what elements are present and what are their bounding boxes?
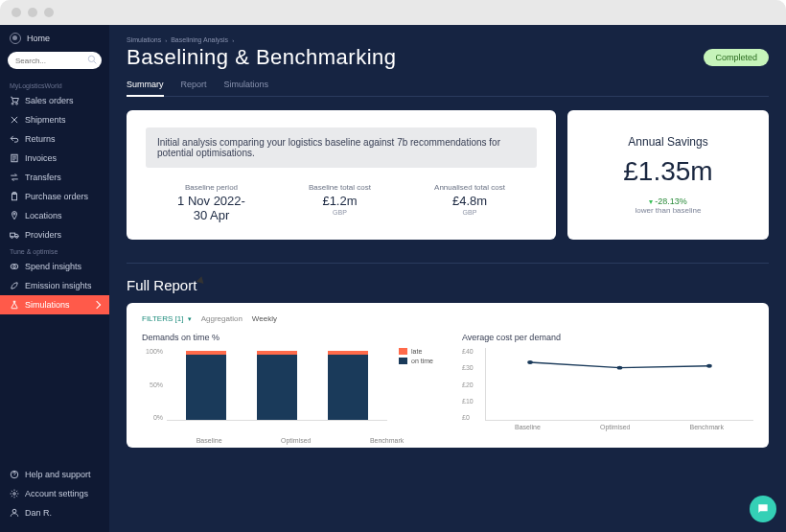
cart-icon <box>10 96 19 105</box>
swatch-late-icon <box>399 348 407 355</box>
x-tick: Optimised <box>600 424 631 430</box>
savings-card: Annual Savings £1.35m -28.13% lower than… <box>567 110 769 240</box>
x-tick: Benchmark <box>690 424 724 430</box>
svg-point-10 <box>16 237 18 239</box>
chart-legend: late on time <box>399 348 433 434</box>
browser-chrome <box>0 0 786 25</box>
tabs: Summary Report Simulations <box>127 80 769 97</box>
sidebar-item-label: Emission insights <box>25 281 92 290</box>
home-link[interactable]: Home <box>0 25 109 52</box>
filters-count: [1] <box>175 314 184 323</box>
sidebar-item-sales-orders[interactable]: Sales orders <box>0 91 109 110</box>
tab-simulations[interactable]: Simulations <box>224 80 269 96</box>
route-icon <box>10 115 19 125</box>
bar-benchmark <box>328 351 368 420</box>
x-tick: Optimised <box>281 437 312 444</box>
svg-point-2 <box>12 103 13 104</box>
svg-point-16 <box>527 360 533 364</box>
kpi-annualised-cost: Annualised total cost £4.8m GBP <box>434 183 505 222</box>
svg-point-17 <box>617 366 623 370</box>
sidebar-item-dan-r-[interactable]: Dan R. <box>0 503 109 522</box>
filters-dropdown[interactable]: FILTERS [1] <box>142 314 192 323</box>
bar-optimised <box>257 351 297 420</box>
sidebar-item-providers[interactable]: Providers <box>0 225 109 244</box>
sidebar-item-label: Invoices <box>25 153 57 163</box>
sidebar-item-help-and-support[interactable]: Help and support <box>0 465 109 484</box>
x-tick: Baseline <box>196 437 222 444</box>
main-content: Simulations › Baselining Analysis › Base… <box>109 25 786 532</box>
window-dot <box>44 8 54 17</box>
breadcrumb-item[interactable]: Simulations <box>127 36 161 43</box>
bar-baseline <box>186 351 226 420</box>
return-icon <box>10 134 19 144</box>
chart-title: Demands on time % <box>142 333 433 342</box>
kpi-baseline-period: Baseline period 1 Nov 2022- 30 Apr <box>177 183 245 222</box>
coins-icon <box>10 262 19 271</box>
legend-item-late: late <box>399 348 433 355</box>
intro-banner: Initial analysis comparing your logistic… <box>146 127 537 168</box>
sidebar-item-shipments[interactable]: Shipments <box>0 110 109 129</box>
page-title: Baselining & Benchmarking <box>127 45 397 70</box>
chat-fab[interactable] <box>750 496 776 522</box>
sidebar-item-purchase-orders[interactable]: Purchase orders <box>0 187 109 206</box>
line-plot-area <box>485 348 753 421</box>
kpi-label: Annualised total cost <box>434 183 505 192</box>
y-axis: 100% 50% 0% <box>142 348 163 421</box>
leaf-icon <box>10 281 19 290</box>
report-card: FILTERS [1] Aggregation Weekly Demands o… <box>127 303 769 448</box>
sidebar-item-label: Spend insights <box>25 262 81 271</box>
kpi-label: Baseline total cost <box>309 183 371 192</box>
tab-summary[interactable]: Summary <box>127 80 164 97</box>
chevron-right-icon: › <box>232 37 234 43</box>
invoice-icon <box>10 153 19 163</box>
sidebar-item-simulations[interactable]: Simulations <box>0 295 109 314</box>
avatar-icon <box>10 508 19 518</box>
kpi-value: £1.2m <box>309 194 371 208</box>
sidebar-item-locations[interactable]: Locations <box>0 206 109 225</box>
kpi-value: 1 Nov 2022- 30 Apr <box>177 194 245 222</box>
home-label: Home <box>27 34 50 43</box>
sidebar-item-label: Help and support <box>25 470 91 479</box>
search-field[interactable] <box>8 52 102 69</box>
kpi-label: Baseline period <box>177 183 245 192</box>
transfer-icon <box>10 173 19 182</box>
tab-report[interactable]: Report <box>181 80 207 96</box>
sidebar-item-returns[interactable]: Returns <box>0 129 109 149</box>
sidebar-item-label: Dan R. <box>25 508 52 518</box>
sidebar-item-emission-insights[interactable]: Emission insights <box>0 276 109 295</box>
summary-card: Initial analysis comparing your logistic… <box>127 110 556 240</box>
svg-point-0 <box>88 56 94 61</box>
sidebar-item-label: Account settings <box>25 489 88 498</box>
sidebar-item-invoices[interactable]: Invoices <box>0 149 109 168</box>
divider <box>127 263 769 264</box>
breadcrumb: Simulations › Baselining Analysis › <box>127 36 769 43</box>
full-report-title: Full Report <box>127 277 769 293</box>
sidebar-item-transfers[interactable]: Transfers <box>0 168 109 187</box>
truck-icon <box>10 230 19 240</box>
sidebar-group-myworld: MyLogisticsWorld <box>0 79 109 91</box>
aggregation-value[interactable]: Weekly <box>252 314 277 323</box>
sidebar-item-label: Purchase orders <box>25 192 88 201</box>
x-tick: Benchmark <box>370 437 404 444</box>
pin-icon <box>10 211 19 220</box>
sidebar-item-spend-insights[interactable]: Spend insights <box>0 257 109 276</box>
svg-line-1 <box>94 61 97 64</box>
chat-icon <box>756 502 770 516</box>
window-dot <box>28 8 37 17</box>
sidebar-item-account-settings[interactable]: Account settings <box>0 484 109 503</box>
breadcrumb-item[interactable]: Baselining Analysis <box>171 36 228 43</box>
svg-point-3 <box>16 103 18 104</box>
search-icon <box>87 55 97 64</box>
chevron-right-icon: › <box>165 37 167 43</box>
legend-item-ontime: on time <box>399 358 433 364</box>
svg-point-18 <box>706 364 712 368</box>
line-path <box>486 348 753 420</box>
gear-icon <box>10 489 19 498</box>
demands-chart: Demands on time % 100% 50% 0% late on ti… <box>142 333 433 444</box>
svg-point-15 <box>12 509 16 513</box>
chart-title: Average cost per demand <box>462 333 753 342</box>
sidebar-group-optimise: Tune & optimise <box>0 244 109 257</box>
flask-icon <box>10 300 19 310</box>
logo-icon <box>10 33 21 44</box>
sidebar-item-label: Returns <box>25 134 56 144</box>
